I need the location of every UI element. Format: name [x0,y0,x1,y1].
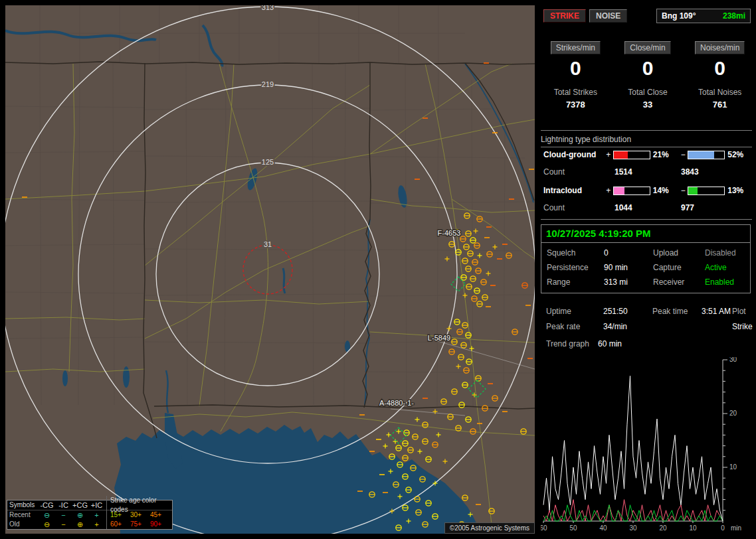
age-75: 75+ [130,520,150,529]
cloud-ground-label: Cloud-ground [543,150,604,159]
trend-x-tick-label: 50 [569,524,577,532]
upload-label: Upload [653,248,705,258]
divider [541,219,752,220]
noises-per-min-button[interactable]: Noises/min [695,41,745,54]
bearing-label: Bng 109° [662,11,696,21]
total-close-label: Total Close [612,88,684,97]
old-neg-ic-icon: − [55,520,72,529]
total-noises-label: Total Noises [684,88,756,97]
peak-time-value: 3:51 AM [702,307,732,316]
trend-graph-label: Trend graph [546,339,598,348]
total-close-value: 33 [612,100,684,110]
legend-col-pos-ic: +IC [88,501,105,510]
age-60: 60+ [110,520,130,529]
minus-sign: − [678,186,688,195]
total-noises-value: 761 [684,100,756,110]
trend-x-tick-label: 20 [659,524,667,532]
trend-graph: 3020106050403020100min [541,357,753,537]
cg-negative-pct: 52% [727,150,753,159]
map-canvas: 31321912531F-4653L-5849A-4880- 1- [5,5,535,534]
peak-rate-value: 34/min [603,322,652,331]
ic-positive-bar [613,187,650,195]
cg-positive-bar [613,151,650,159]
lightning-map[interactable]: 31321912531F-4653L-5849A-4880- 1- Symbol… [5,5,535,534]
minus-sign: − [678,150,688,159]
bearing-readout: Bng 109° 238mi [656,9,751,23]
legend-col-pos-cg: +CG [72,501,88,510]
squelch-label: Squelch [547,248,604,258]
ic-count-row: Count 1044 977 [543,203,753,212]
peak-time-label: Peak time [652,307,702,316]
datetime-display: 10/27/2025 4:19:20 PM [541,225,750,243]
divider [541,130,752,131]
receiver-status: Enabled [705,277,745,287]
system-status-box: 10/27/2025 4:19:20 PM Squelch 0 Upload D… [541,224,751,293]
range-ring-label: 313 [262,5,274,11]
lightning-detector-window: 31321912531F-4653L-5849A-4880- 1- Symbol… [0,0,756,539]
age-90: 90+ [150,520,170,529]
range-ring-label: 219 [262,80,274,88]
intracloud-label: Intracloud [543,186,604,195]
legend-col-neg-ic: -IC [55,501,72,510]
storm-cell-label: F-4653 [438,229,461,237]
noises-per-min-value: 0 [684,58,756,78]
total-strikes-label: Total Strikes [539,88,612,97]
cloud-ground-row: Cloud-ground + 21% − 52% [543,150,753,159]
intracloud-row: Intracloud + 14% − 13% [543,186,753,195]
recent-pos-cg-icon: ⊕ [72,510,88,520]
distribution-title: Lightning type distribution [541,135,752,147]
persistence-value: 90 min [604,263,653,272]
range-ring-label: 31 [264,240,272,248]
uptime-label: Uptime [546,307,603,316]
uptime-stats: Uptime 251:50 Peak time 3:51 AM Plot Pea… [546,307,752,348]
trend-graph-duration: 60 min [598,339,752,348]
uptime-value: 251:50 [603,307,652,316]
peak-rate-label: Peak rate [546,322,603,331]
ic-positive-count: 1044 [614,203,681,212]
total-strikes-value: 7378 [539,100,612,110]
bearing-distance: 238mi [723,11,745,21]
strikes-per-min-button[interactable]: Strikes/min [551,41,601,54]
cg-negative-count: 3843 [681,167,747,177]
old-neg-cg-icon: ⊖ [39,520,55,529]
ic-positive-pct: 14% [653,186,679,195]
copyright-label: ©2005 Astrogenic Systems [444,522,535,534]
noise-button[interactable]: NOISE [589,9,627,23]
strikes-per-min-value: 0 [539,58,612,78]
noises-counter: Noises/min 0 Total Noises 761 [684,41,756,110]
cg-positive-count: 1514 [614,167,681,177]
trend-x-tick-label: 40 [599,524,607,532]
legend-old-label: Old [9,520,39,529]
age-30: 30+ [130,510,150,520]
plus-sign: + [604,186,613,195]
trend-graph-canvas: 3020106050403020100min [541,357,753,535]
storm-cell-label: A-4880- 1- [379,399,414,407]
plot-mode-value: Strike [732,322,753,331]
trend-x-tick-label: 30 [629,524,637,532]
trend-y-tick-label: 30 [729,357,737,363]
old-pos-cg-icon: ⊕ [72,520,88,529]
legend-recent-label: Recent [9,510,39,520]
persistence-label: Persistence [547,263,604,272]
receiver-label: Receiver [653,277,705,287]
range-label: Range [547,277,604,287]
cg-negative-bar [688,151,725,159]
plot-label: Plot [732,307,753,316]
trend-series [543,376,723,521]
range-ring-label: 125 [262,158,274,166]
capture-status: Active [705,263,745,272]
close-per-min-value: 0 [612,58,684,78]
capture-label: Capture [653,263,705,272]
close-per-min-button[interactable]: Close/min [624,41,670,54]
strike-button[interactable]: STRIKE [543,9,586,23]
trend-y-tick-label: 10 [729,463,737,471]
close-counter: Close/min 0 Total Close 33 [612,41,684,110]
ic-negative-bar [688,187,725,195]
cg-count-row: Count 1514 3843 [543,167,753,177]
recent-neg-cg-icon: ⊖ [39,510,55,520]
legend-symbols-header: Symbols [9,501,39,510]
strikes-counter: Strikes/min 0 Total Strikes 7378 [539,41,612,110]
range-value: 313 mi [604,277,653,287]
storm-cell-label: L-5849 [428,334,450,342]
upload-status: Disabled [705,248,745,258]
